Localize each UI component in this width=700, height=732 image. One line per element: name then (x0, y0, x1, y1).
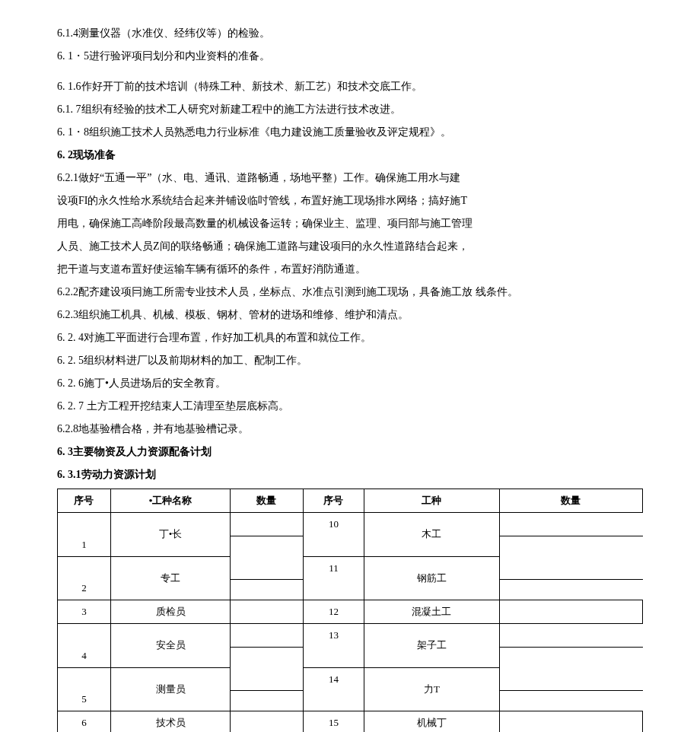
para-621e: 把干道与支道布置好使运输车辆有循环的条件，布置好消防通道。 (57, 259, 643, 280)
table-cell: 丁•长 (110, 513, 230, 557)
table-cell-split (499, 513, 642, 557)
para-623: 6.2.3组织施工机具、机械、模板、钢材、管材的进场和维修、维护和清点。 (57, 304, 643, 326)
table-row: 1丁•长 10木工 (58, 513, 643, 557)
table-cell-split (231, 667, 304, 711)
table-cell: 5 (58, 667, 111, 711)
table-cell-split (231, 624, 304, 668)
table-cell (231, 711, 304, 733)
para-621b: 设项FI的永久性给水系统结合起来并铺设临吋管线，布置好施工现场排水网络；搞好施T (57, 190, 643, 212)
para-614: 6.1.4测量仪器（水准仪、经纬仪等）的检验。 (57, 23, 643, 44)
table-cell: 14 (303, 667, 364, 711)
table-header-row: 序号 •工种名称 数量 序号 工种 数量 (58, 489, 643, 513)
table-cell: 质检员 (110, 600, 230, 624)
para-624: 6. 2. 4对施工平面进行合理布置，作好加工机具的布置和就位工作。 (57, 327, 643, 348)
table-cell: 测量员 (110, 667, 230, 711)
table-cell-split (499, 556, 642, 600)
th-name2: 工种 (364, 489, 499, 513)
labor-resource-table: 序号 •工种名称 数量 序号 工种 数量 1丁•长 10木工 2专工 11钢筋工… (57, 489, 643, 732)
para-627: 6. 2. 7 土方工程开挖结束人工清理至垫层底标高。 (57, 396, 643, 417)
para-628: 6.2.8地基验槽合格，并有地基验槽记录。 (57, 419, 643, 440)
table-cell-split (499, 624, 642, 668)
table-row: 6技术员15机械丁 (58, 711, 643, 733)
para-617: 6.1. 7组织有经验的技术工人研究对新建工程中的施工方法进行技术改进。 (57, 99, 643, 120)
table-cell: 混凝土工 (364, 600, 499, 624)
table-cell: 钢筋工 (364, 556, 499, 600)
table-cell: 11 (303, 556, 364, 600)
table-cell: 力T (364, 667, 499, 711)
table-row: 4安全员 13架子工 (58, 624, 643, 668)
table-cell: 安全员 (110, 624, 230, 668)
table-cell: 2 (58, 556, 111, 600)
para-625: 6. 2. 5组织材料进厂以及前期材料的加工、配制工作。 (57, 350, 643, 371)
th-seq1: 序号 (58, 489, 111, 513)
table-cell: 4 (58, 624, 111, 668)
para-616: 6. 1.6作好开丁前的技术培训（特殊工种、新技术、新工艺）和技术交底工作。 (57, 76, 643, 97)
table-cell: 机械丁 (364, 711, 499, 733)
table-body: 1丁•长 10木工 2专工 11钢筋工 3质检员12混凝土工4安全员 13架子工… (58, 513, 643, 733)
table-row: 2专工 11钢筋工 (58, 556, 643, 600)
table-cell (499, 711, 642, 733)
table-cell: 12 (303, 600, 364, 624)
table-row: 3质检员12混凝土工 (58, 600, 643, 624)
table-cell-split (231, 556, 304, 600)
th-seq2: 序号 (303, 489, 364, 513)
para-622: 6.2.2配齐建设项冃施工所需专业技术人员，坐标点、水准点引测到施工现场，具备施… (57, 282, 643, 303)
table-cell (231, 600, 304, 624)
table-cell: 3 (58, 600, 111, 624)
table-cell: 10 (303, 513, 364, 557)
heading-63: 6. 3主要物资及人力资源配备计划 (57, 441, 643, 463)
blank-line (57, 68, 643, 76)
para-621a: 6.2.1做好“五通一平”（水、电、通讯、道路畅通，场地平整）工作。确保施工用水… (57, 167, 643, 189)
table-cell: 6 (58, 711, 111, 733)
para-615: 6. 1・5进行验评项冃划分和内业资料的准备。 (57, 46, 643, 67)
table-cell: 技术员 (110, 711, 230, 733)
table-cell: 15 (303, 711, 364, 733)
th-name1: •工种名称 (110, 489, 230, 513)
th-qty1: 数量 (231, 489, 304, 513)
document-body: 6.1.4测量仪器（水准仪、经纬仪等）的检验。 6. 1・5进行验评项冃划分和内… (57, 23, 643, 732)
para-621c: 用电，确保施工高峰阶段最高数量的机械设备运转；确保业主、监理、项冃部与施工管理 (57, 213, 643, 234)
table-cell: 架子工 (364, 624, 499, 668)
table-cell: 13 (303, 624, 364, 668)
para-621d: 人员、施工技术人员Z间的联络畅通；确保施工道路与建设项冃的永久性道路结合起来， (57, 236, 643, 257)
table-cell: 木工 (364, 513, 499, 557)
table-cell-split (231, 513, 304, 557)
table-cell: 1 (58, 513, 111, 557)
para-626: 6. 2. 6施丁•人员进场后的安全教育。 (57, 373, 643, 394)
heading-62: 6. 2现场准备 (57, 145, 643, 166)
table-row: 5测量员 14力T (58, 667, 643, 711)
table-cell-split (499, 667, 642, 711)
th-qty2: 数量 (499, 489, 642, 513)
heading-631: 6. 3.1劳动力资源计划 (57, 464, 643, 485)
table-cell: 专工 (110, 556, 230, 600)
para-618: 6. 1・8组织施工技术人员熟悉电力行业标准《电力建设施工质量验收及评定规程》。 (57, 122, 643, 143)
table-cell (499, 600, 642, 624)
